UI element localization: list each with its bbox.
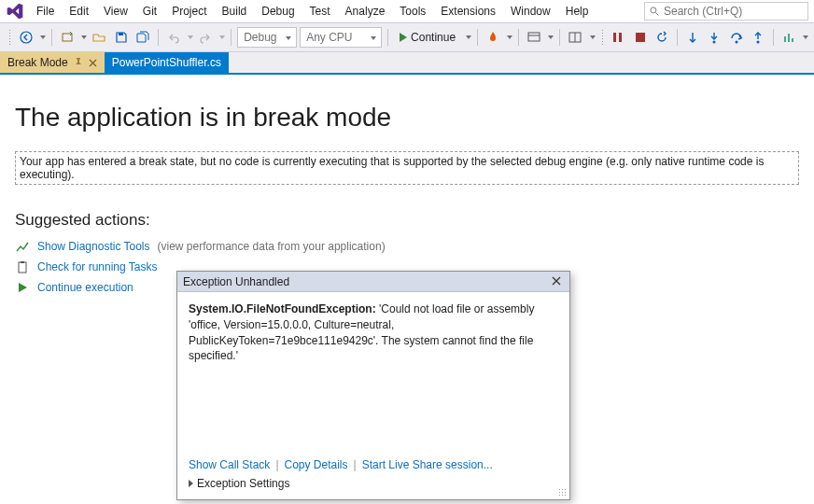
stop-button[interactable] <box>631 27 650 48</box>
close-icon[interactable] <box>551 275 564 288</box>
layout-button[interactable] <box>566 27 584 48</box>
step-out-button[interactable] <box>749 27 767 48</box>
toolbar-grip-icon <box>601 29 604 46</box>
menu-test[interactable]: Test <box>303 2 337 21</box>
popup-title: Exception Unhandled <box>183 275 289 288</box>
page-title: The application is in break mode <box>15 103 799 133</box>
svg-rect-4 <box>119 33 123 35</box>
new-project-button[interactable] <box>58 27 77 48</box>
menu-project[interactable]: Project <box>165 2 213 21</box>
hot-reload-dropdown-icon[interactable] <box>507 35 512 39</box>
menu-build[interactable]: Build <box>216 2 254 21</box>
hot-reload-button[interactable] <box>484 27 502 48</box>
break-all-button[interactable] <box>609 27 627 48</box>
search-input[interactable] <box>664 5 804 18</box>
continue-label: Continue <box>411 31 456 44</box>
continue-dropdown-icon[interactable] <box>466 35 471 39</box>
action-link[interactable]: Check for running Tasks <box>37 260 158 273</box>
menu-extensions[interactable]: Extensions <box>434 2 502 21</box>
svg-rect-19 <box>21 261 24 263</box>
vs-logo-icon <box>6 2 24 21</box>
action-link[interactable]: Show Diagnostic Tools <box>37 240 150 253</box>
toolbar-separator <box>773 29 774 46</box>
break-mode-page: The application is in break mode Your ap… <box>0 75 814 295</box>
step-over-button[interactable] <box>726 27 745 48</box>
diagnostic-dropdown-icon[interactable] <box>803 35 808 39</box>
action-link[interactable]: Continue execution <box>37 281 133 294</box>
save-all-button[interactable] <box>133 27 152 48</box>
popup-links: Show Call Stack | Copy Details | Start L… <box>189 458 558 471</box>
toolbar-separator <box>559 29 560 46</box>
save-button[interactable] <box>111 27 130 48</box>
diagnostic-tools-button[interactable] <box>779 27 798 48</box>
browser-link-button[interactable] <box>525 27 543 48</box>
chart-icon <box>15 239 30 254</box>
svg-rect-15 <box>784 36 786 42</box>
platform-combo[interactable]: Any CPU <box>300 27 382 48</box>
restart-button[interactable] <box>653 27 671 48</box>
exception-settings-expander[interactable]: Exception Settings <box>189 477 558 490</box>
svg-point-2 <box>21 32 32 43</box>
browser-link-dropdown-icon[interactable] <box>548 35 554 39</box>
info-message: Your app has entered a break state, but … <box>15 151 799 185</box>
toolbar-separator <box>518 29 519 46</box>
link-copy-details[interactable]: Copy Details <box>285 458 348 471</box>
redo-dropdown-icon[interactable] <box>219 35 225 39</box>
link-call-stack[interactable]: Show Call Stack <box>189 458 270 471</box>
svg-rect-5 <box>528 33 540 41</box>
svg-point-12 <box>713 41 716 44</box>
tab-file[interactable]: PowerPointShuffler.cs <box>105 52 229 73</box>
exception-name: System.IO.FileNotFoundException: <box>189 302 376 315</box>
menu-view[interactable]: View <box>97 2 134 21</box>
play-icon <box>400 33 407 42</box>
redo-button[interactable] <box>196 27 215 48</box>
toolbar-separator <box>51 29 52 46</box>
layout-dropdown-icon[interactable] <box>590 35 596 39</box>
divider: | <box>354 458 357 471</box>
menu-file[interactable]: File <box>30 2 61 21</box>
popup-footer: Show Call Stack | Copy Details | Start L… <box>177 458 569 499</box>
tab-break-mode[interactable]: Break Mode <box>0 52 105 73</box>
action-hint: (view performance data from your applica… <box>158 240 386 253</box>
resize-grip-icon[interactable] <box>558 488 568 497</box>
menu-tools[interactable]: Tools <box>393 2 432 21</box>
clipboard-icon <box>15 259 30 274</box>
popup-header[interactable]: Exception Unhandled <box>177 272 569 292</box>
show-next-statement-button[interactable] <box>683 27 702 48</box>
svg-line-1 <box>656 13 659 16</box>
toolbar-grip-icon <box>8 29 11 46</box>
exception-popup: Exception Unhandled System.IO.FileNotFou… <box>176 271 570 500</box>
continue-button[interactable]: Continue <box>394 27 461 48</box>
toolbar: Debug Any CPU Continue <box>0 22 814 52</box>
new-project-dropdown-icon[interactable] <box>81 35 87 39</box>
svg-rect-10 <box>619 33 622 42</box>
undo-dropdown-icon[interactable] <box>188 35 193 39</box>
pin-icon[interactable] <box>74 58 83 67</box>
menu-help[interactable]: Help <box>559 2 596 21</box>
exception-settings-label: Exception Settings <box>197 477 289 490</box>
close-icon[interactable] <box>89 59 97 67</box>
menu-edit[interactable]: Edit <box>63 2 95 21</box>
toolbar-separator <box>677 29 678 46</box>
menu-analyze[interactable]: Analyze <box>339 2 392 21</box>
menubar: File Edit View Git Project Build Debug T… <box>0 0 814 22</box>
menu-git[interactable]: Git <box>136 2 163 21</box>
toolbar-separator <box>387 29 388 46</box>
tab-label: PowerPointShuffler.cs <box>112 56 221 69</box>
toolbar-separator <box>231 29 232 46</box>
step-into-button[interactable] <box>705 27 723 48</box>
play-icon <box>15 280 30 295</box>
search-box[interactable] <box>644 2 808 21</box>
open-button[interactable] <box>90 27 108 48</box>
divider: | <box>275 458 278 471</box>
svg-rect-17 <box>792 38 793 42</box>
action-diagnostic-tools: Show Diagnostic Tools (view performance … <box>15 239 799 254</box>
link-live-share[interactable]: Start Live Share session... <box>362 458 493 471</box>
undo-button[interactable] <box>164 27 183 48</box>
nav-back-button[interactable] <box>17 27 35 48</box>
menu-debug[interactable]: Debug <box>255 2 301 21</box>
menu-window[interactable]: Window <box>504 2 557 21</box>
configuration-combo[interactable]: Debug <box>237 27 297 48</box>
svg-rect-16 <box>788 34 790 42</box>
nav-back-dropdown-icon[interactable] <box>40 35 46 39</box>
